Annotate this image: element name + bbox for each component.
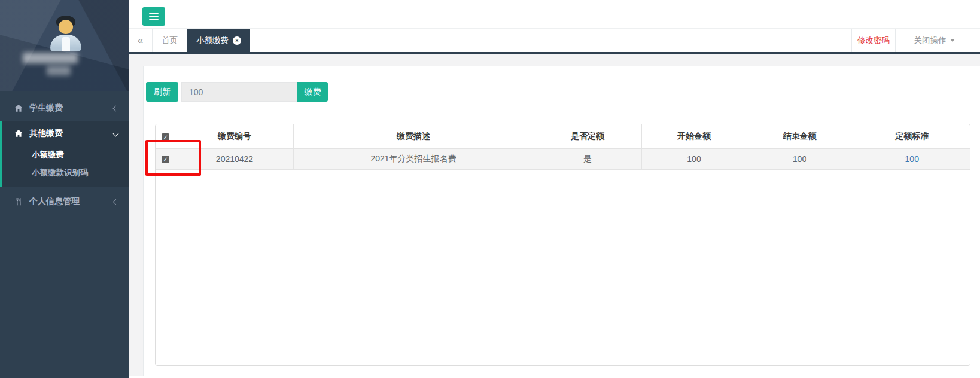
tab-bar: « 首页 小额缴费 × 修改密码 关闭操作 bbox=[129, 29, 980, 54]
chevron-left-icon bbox=[113, 199, 119, 205]
table-header-row: 缴费编号 缴费描述 是否定额 开始金额 结束金额 定额标准 bbox=[156, 124, 970, 148]
sidebar-subitem-label: 小额缴款识别码 bbox=[32, 167, 89, 178]
payment-toolbar: 刷新 缴费 bbox=[146, 82, 328, 102]
tab-small-payment[interactable]: 小额缴费 × bbox=[187, 29, 250, 52]
close-operation-dropdown[interactable]: 关闭操作 bbox=[895, 29, 973, 52]
sidebar-toggle-button[interactable] bbox=[142, 7, 165, 26]
sidebar-subitem-small-payment-id-code[interactable]: 小额缴款识别码 bbox=[2, 164, 129, 182]
sidebar-menu: 学生缴费 其他缴费 小额缴费 小额缴款识别码 bbox=[0, 96, 129, 214]
hamburger-icon bbox=[149, 19, 159, 20]
sidebar-item-student-payment[interactable]: 学生缴费 bbox=[0, 96, 129, 121]
chevron-left-icon bbox=[113, 105, 119, 111]
avatar-face bbox=[59, 20, 73, 34]
avatar[interactable] bbox=[50, 16, 81, 51]
tabbar-endpad bbox=[973, 29, 980, 52]
row-checkbox[interactable] bbox=[162, 156, 169, 163]
top-navbar bbox=[129, 0, 980, 29]
sidebar-item-label: 学生缴费 bbox=[29, 103, 63, 114]
close-operation-label: 关闭操作 bbox=[914, 35, 946, 46]
cell-fixed-standard: 100 bbox=[853, 148, 970, 169]
sidebar-subitem-small-payment[interactable]: 小额缴费 bbox=[2, 146, 129, 164]
double-chevron-left-icon: « bbox=[138, 35, 143, 47]
cell-description: 2021年分类招生报名费 bbox=[293, 148, 534, 169]
chevron-down-icon bbox=[113, 130, 119, 136]
column-header-fixed-standard: 定额标准 bbox=[853, 124, 970, 148]
fixed-standard-link[interactable]: 100 bbox=[905, 154, 919, 164]
tabs-scroll-back-button[interactable]: « bbox=[129, 29, 153, 52]
hamburger-icon bbox=[149, 16, 159, 17]
caret-down-icon bbox=[950, 39, 955, 42]
amount-input[interactable] bbox=[181, 82, 297, 102]
blurred-username-line2 bbox=[47, 66, 71, 75]
sidebar-item-label: 个人信息管理 bbox=[29, 196, 80, 207]
avatar-shirt bbox=[62, 37, 70, 51]
cell-end-amount: 100 bbox=[747, 148, 853, 169]
column-header-payment-id: 缴费编号 bbox=[176, 124, 293, 148]
sidebar-subitem-label: 小额缴费 bbox=[32, 150, 64, 160]
tab-close-icon[interactable]: × bbox=[233, 36, 241, 45]
pay-button[interactable]: 缴费 bbox=[297, 82, 328, 102]
content-area: 刷新 缴费 缴费编号 缴费描述 bbox=[129, 54, 980, 376]
select-all-checkbox[interactable] bbox=[162, 133, 169, 141]
column-header-is-fixed: 是否定额 bbox=[534, 124, 641, 148]
column-header-description: 缴费描述 bbox=[293, 124, 534, 148]
refresh-button[interactable]: 刷新 bbox=[146, 82, 178, 102]
cell-payment-id: 20210422 bbox=[176, 148, 293, 169]
home-icon bbox=[14, 104, 23, 112]
tabbar-spacer bbox=[250, 29, 851, 52]
sidebar: 学生缴费 其他缴费 小额缴费 小额缴款识别码 bbox=[0, 0, 129, 378]
blurred-username bbox=[23, 53, 78, 63]
change-password-button[interactable]: 修改密码 bbox=[851, 29, 895, 52]
cutlery-icon bbox=[14, 197, 23, 206]
main-area: « 首页 小额缴费 × 修改密码 关闭操作 刷新 bbox=[129, 0, 980, 378]
table-row[interactable]: 20210422 2021年分类招生报名费 是 100 100 100 bbox=[156, 148, 970, 169]
cell-start-amount: 100 bbox=[641, 148, 747, 169]
select-all-cell bbox=[156, 124, 176, 148]
column-header-end-amount: 结束金额 bbox=[747, 124, 853, 148]
column-header-start-amount: 开始金额 bbox=[641, 124, 747, 148]
tab-label: 小额缴费 bbox=[196, 35, 229, 46]
tab-home[interactable]: 首页 bbox=[153, 29, 187, 52]
app-window: 学生缴费 其他缴费 小额缴费 小额缴款识别码 bbox=[0, 0, 980, 378]
change-password-label: 修改密码 bbox=[857, 35, 890, 46]
row-checkbox-cell bbox=[156, 148, 176, 169]
tab-label: 首页 bbox=[162, 35, 178, 46]
sidebar-item-label: 其他缴费 bbox=[29, 128, 63, 139]
profile-section bbox=[0, 0, 129, 91]
payments-table-container: 缴费编号 缴费描述 是否定额 开始金额 结束金额 定额标准 2 bbox=[155, 124, 970, 366]
cell-is-fixed: 是 bbox=[534, 148, 641, 169]
payments-table: 缴费编号 缴费描述 是否定额 开始金额 结束金额 定额标准 2 bbox=[156, 124, 970, 170]
hamburger-icon bbox=[149, 13, 159, 14]
home-icon bbox=[14, 129, 23, 138]
content-panel: 刷新 缴费 缴费编号 缴费描述 bbox=[143, 66, 980, 376]
sidebar-item-other-payment[interactable]: 其他缴费 bbox=[2, 121, 129, 146]
sidebar-group-other-payment: 其他缴费 小额缴费 小额缴款识别码 bbox=[0, 121, 129, 187]
sidebar-item-personal-info[interactable]: 个人信息管理 bbox=[0, 189, 129, 214]
